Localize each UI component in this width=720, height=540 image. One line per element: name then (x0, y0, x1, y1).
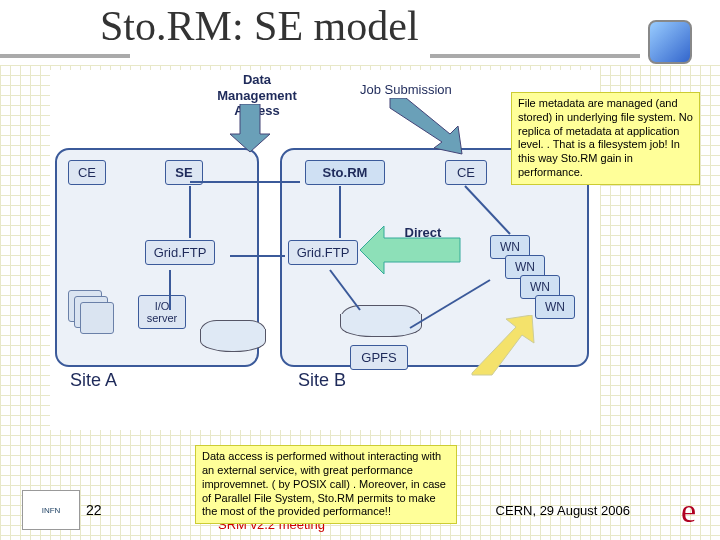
svg-marker-1 (390, 98, 462, 154)
label-site-a: Site A (70, 370, 117, 391)
footer-date: CERN, 29 August 2006 (496, 503, 630, 518)
arrow-icon (380, 98, 470, 156)
svg-line-10 (465, 186, 510, 234)
swirl-icon (648, 20, 692, 64)
label-job-submission: Job Submission (360, 82, 452, 98)
svg-line-9 (330, 270, 360, 310)
divider (430, 54, 640, 58)
callout-data-access: Data access is performed without interac… (195, 445, 457, 524)
connectors (50, 160, 590, 370)
e-logo-icon: e (681, 492, 696, 530)
label-site-b: Site B (298, 370, 346, 391)
divider (0, 54, 130, 58)
arrow-icon (220, 104, 280, 154)
callout-metadata: File metadata are managed (and stored) i… (511, 92, 700, 185)
svg-marker-0 (230, 104, 270, 152)
slide-number: 22 (86, 502, 102, 518)
infn-logo-icon: INFN (22, 490, 80, 530)
slide-title: Sto.RM: SE model (100, 2, 419, 50)
svg-line-11 (410, 280, 490, 328)
